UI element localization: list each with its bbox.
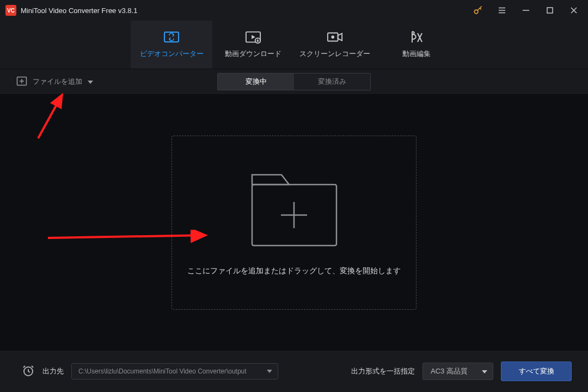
output-path-field[interactable]: C:\Users\lizlu\Documents\MiniTool Video … — [71, 363, 278, 379]
download-icon — [245, 30, 261, 44]
menu-icon[interactable] — [490, 0, 514, 21]
tab-video-converter[interactable]: ビデオコンバーター — [131, 21, 212, 69]
tab-label: スクリーンレコーダー — [299, 49, 370, 59]
minimize-button[interactable] — [514, 0, 538, 21]
main-area: ここにファイルを追加またはドラッグして、変換を開始します — [0, 95, 588, 351]
svg-marker-24 — [482, 370, 487, 373]
title-bar: VC MiniTool Video Converter Free v3.8.1 — [0, 0, 588, 21]
tab-video-download[interactable]: 動画ダウンロード — [212, 21, 294, 69]
close-button[interactable] — [562, 0, 586, 21]
svg-marker-10 — [252, 35, 255, 39]
folder-add-icon — [247, 169, 342, 251]
maximize-button[interactable] — [538, 0, 562, 21]
segment-converting[interactable]: 変換中 — [218, 74, 294, 90]
schedule-icon[interactable] — [22, 364, 35, 379]
svg-point-13 — [331, 35, 334, 39]
segment-converted[interactable]: 変換済み — [294, 74, 370, 90]
toolbar: ファイルを追加 変換中 変換済み — [0, 69, 588, 95]
svg-rect-5 — [547, 8, 553, 13]
tab-screen-recorder[interactable]: スクリーンレコーダー — [294, 21, 376, 69]
tab-label: 動画ダウンロード — [225, 49, 281, 59]
tab-label: 動画編集 — [402, 49, 431, 59]
drop-zone-text: ここにファイルを追加またはドラッグして、変換を開始します — [187, 266, 401, 276]
converter-icon — [163, 30, 180, 44]
app-title: MiniTool Video Converter Free v3.8.1 — [21, 7, 137, 15]
output-path-value: C:\Users\lizlu\Documents\MiniTool Video … — [78, 367, 247, 375]
upgrade-key-icon[interactable] — [466, 0, 490, 21]
output-format-select[interactable]: AC3 高品質 — [422, 363, 493, 380]
bottom-bar: 出力先 C:\Users\lizlu\Documents\MiniTool Vi… — [0, 351, 588, 392]
window-controls — [466, 0, 586, 21]
annotation-arrow-1 — [33, 91, 76, 140]
drop-zone[interactable]: ここにファイルを追加またはドラッグして、変換を開始します — [171, 136, 416, 310]
status-segmented: 変換中 変換済み — [217, 73, 371, 90]
main-tabs: ビデオコンバーター 動画ダウンロード スクリーンレコーダー — [0, 21, 588, 69]
edit-icon — [408, 30, 425, 44]
add-file-label: ファイルを追加 — [33, 77, 82, 87]
svg-marker-17 — [88, 81, 93, 84]
chevron-down-icon — [88, 78, 93, 86]
output-format-value: AC3 高品質 — [431, 366, 468, 376]
app-logo-icon: VC — [5, 5, 16, 16]
chevron-down-icon — [482, 367, 487, 376]
tab-label: ビデオコンバーター — [140, 49, 204, 59]
chevron-down-icon — [267, 367, 272, 375]
recorder-icon — [327, 30, 343, 44]
output-format-label: 出力形式を一括指定 — [351, 366, 415, 376]
convert-all-button[interactable]: すべて変換 — [501, 362, 572, 381]
svg-point-0 — [474, 10, 478, 14]
add-file-plus-icon — [16, 76, 27, 88]
output-dest-label: 出力先 — [42, 366, 64, 376]
svg-marker-23 — [267, 370, 272, 373]
tab-video-edit[interactable]: 動画編集 — [376, 21, 457, 69]
add-file-button[interactable]: ファイルを追加 — [16, 76, 93, 88]
